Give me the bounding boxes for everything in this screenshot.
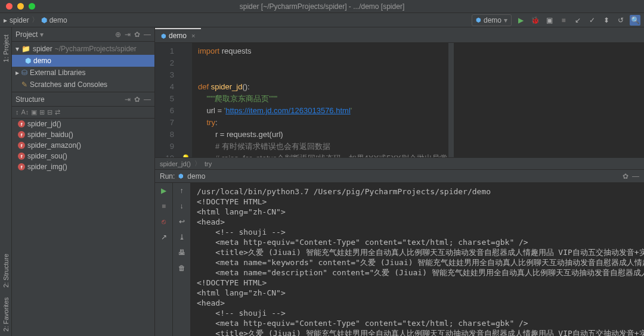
run-tool-window: Run: ⬢ demo ✿ — ▶ ■ ⎋ ↗ <box>155 169 644 336</box>
project-root-row[interactable]: ▾ 📁 spider ~/PycharmProjects/spider <box>12 43 154 55</box>
collapse-icon[interactable]: ⇥ <box>125 95 131 104</box>
tree-file-name: demo <box>33 57 51 65</box>
console-output[interactable]: /usr/local/bin/python3.7 /Users/pig/Pych… <box>191 183 644 336</box>
structure-panel-header: Structure ⇥ ✿ — <box>12 92 154 107</box>
breadcrumb-root[interactable]: spider <box>10 16 29 24</box>
run-toolbar-secondary: ↑ ↓ ↩ ⤓ 🖶 🗑 <box>173 183 191 336</box>
favorites-tool-tab[interactable]: 2: Favorites <box>1 293 11 336</box>
sort-icon[interactable]: ↕ <box>16 108 19 116</box>
close-tab-icon[interactable]: × <box>191 32 195 39</box>
collapse-all-icon[interactable]: ⊟ <box>47 108 52 116</box>
hide-icon[interactable]: — <box>144 30 151 39</box>
structure-function-row[interactable]: fspider_amazon() <box>12 140 154 151</box>
maximize-window-button[interactable] <box>29 3 35 10</box>
code-line[interactable]: """爬取京东商品页""" <box>198 93 448 105</box>
soft-wrap-icon[interactable]: ↩ <box>177 216 187 227</box>
structure-item-label: spider_sou() <box>27 152 67 160</box>
revert-icon[interactable]: ↺ <box>615 15 626 26</box>
breadcrumb[interactable]: ▸ spider 〉 ⬢ demo <box>4 15 67 25</box>
structure-item-label: spider_jd() <box>27 120 61 128</box>
run-panel-label: Run: <box>160 172 175 181</box>
code-editor[interactable]: 1234567891011 💡 import requests def spid… <box>155 43 644 157</box>
hide-icon[interactable]: — <box>632 172 639 181</box>
project-tree[interactable]: ▾ 📁 spider ~/PycharmProjects/spider ⬢ de… <box>12 42 154 92</box>
code-line[interactable]: # raise_for_status会判断返回|状态码，如果4XX或5XX则会抛… <box>198 153 448 157</box>
minimize-window-button[interactable] <box>17 3 24 10</box>
pin-icon[interactable]: ↗ <box>159 232 169 242</box>
expand-icon[interactable]: ▾ <box>16 45 19 53</box>
run-config-name: demo <box>484 16 501 24</box>
git-update-icon[interactable]: ↙ <box>572 15 583 26</box>
external-libraries-row[interactable]: ▸ ⛁ External Libraries <box>12 67 154 79</box>
project-root-path: ~/PycharmProjects/spider <box>55 45 137 53</box>
gear-icon[interactable]: ✿ <box>623 172 628 181</box>
structure-function-row[interactable]: fspider_jd() <box>12 119 154 129</box>
debug-button[interactable]: 🐞 <box>530 15 540 26</box>
code-line[interactable]: import requests <box>198 45 448 57</box>
code-line[interactable]: r = requests.get(url) <box>198 129 448 141</box>
code-line[interactable] <box>198 57 448 69</box>
code-line[interactable] <box>198 69 448 81</box>
structure-function-row[interactable]: fspider_baidu() <box>12 129 154 140</box>
editor-right-gutter <box>448 43 454 157</box>
autoscroll-icon[interactable]: ⇄ <box>55 108 60 116</box>
down-icon[interactable]: ↓ <box>177 201 187 211</box>
run-button[interactable]: ▶ <box>515 15 526 26</box>
git-commit-icon[interactable]: ✓ <box>587 15 597 26</box>
code-area[interactable]: import requests def spider_jd(): """爬取京东… <box>192 43 448 157</box>
window-title: spider [~/PycharmProjects/spider] - .../… <box>240 2 404 11</box>
scratches-row[interactable]: ✎ Scratches and Consoles <box>12 79 154 91</box>
folder-icon: ▸ <box>4 16 7 24</box>
code-line[interactable]: try: <box>198 117 448 129</box>
hide-icon[interactable]: — <box>144 95 151 104</box>
search-icon[interactable]: 🔍 <box>630 15 640 26</box>
collapse-icon[interactable]: ⇥ <box>125 30 131 39</box>
exit-icon[interactable]: ⎋ <box>159 216 169 227</box>
sort-az-icon[interactable]: A↕ <box>21 108 29 116</box>
coverage-button[interactable]: ▣ <box>544 15 555 26</box>
structure-tool-tab[interactable]: 2: Structure <box>1 249 11 293</box>
python-icon: ⬢ <box>41 16 47 24</box>
structure-item-label: spider_baidu() <box>27 130 73 139</box>
stop-button[interactable]: ■ <box>159 201 169 211</box>
tree-file[interactable]: ⬢ demo <box>12 55 154 67</box>
function-icon: f <box>18 131 25 138</box>
rerun-button[interactable]: ▶ <box>159 185 169 196</box>
structure-function-row[interactable]: fspider_sou() <box>12 151 154 161</box>
project-panel-title: Project <box>16 30 38 39</box>
run-panel-config: demo <box>187 172 205 181</box>
code-line[interactable]: url = 'https://item.jd.com/1263013576.ht… <box>198 105 448 117</box>
structure-list[interactable]: fspider_jd()fspider_baidu()fspider_amazo… <box>12 119 154 172</box>
git-diff-icon[interactable]: ⬍ <box>601 15 612 26</box>
editor-tab[interactable]: ⬢ demo × <box>155 28 201 42</box>
expand-all-icon[interactable]: ⊞ <box>39 108 45 116</box>
code-line[interactable]: # 有时候请求错误也会有返回数据 <box>198 141 448 153</box>
title-bar: spider [~/PycharmProjects/spider] - .../… <box>0 0 644 13</box>
stop-button[interactable]: ■ <box>558 15 569 26</box>
function-icon: f <box>18 153 25 160</box>
library-icon: ⛁ <box>21 69 27 77</box>
gear-icon[interactable]: ✿ <box>134 95 140 104</box>
print-icon[interactable]: 🖶 <box>177 247 187 258</box>
expand-icon[interactable]: ▸ <box>16 69 19 77</box>
function-icon: f <box>18 163 25 170</box>
trash-icon[interactable]: 🗑 <box>177 263 187 273</box>
scroll-end-icon[interactable]: ⤓ <box>177 232 187 242</box>
run-configuration-selector[interactable]: ⬢ demo ▾ <box>472 14 512 26</box>
structure-item-label: spider_img() <box>27 163 67 171</box>
editor-breadcrumb-item[interactable]: spider_jd() <box>160 160 191 167</box>
editor-breadcrumb-item[interactable]: try <box>205 160 212 167</box>
left-tool-stripe: 1: Project 2: Structure 2: Favorites <box>0 27 12 336</box>
project-tool-tab[interactable]: 1: Project <box>1 30 11 67</box>
filter-icon[interactable]: ▣ <box>31 108 37 116</box>
breadcrumb-file[interactable]: demo <box>49 16 67 24</box>
structure-function-row[interactable]: fspider_img() <box>12 161 154 172</box>
code-line[interactable]: def spider_jd(): <box>198 81 448 93</box>
editor-tab-bar: ⬢ demo × <box>155 27 644 43</box>
editor-breadcrumb[interactable]: spider_jd() 〉 try <box>155 157 644 169</box>
gear-icon[interactable]: ✿ <box>134 30 140 39</box>
up-icon[interactable]: ↑ <box>177 185 187 196</box>
chevron-down-icon[interactable]: ▾ <box>40 30 44 39</box>
locate-icon[interactable]: ⊕ <box>115 30 121 39</box>
close-window-button[interactable] <box>6 3 13 10</box>
